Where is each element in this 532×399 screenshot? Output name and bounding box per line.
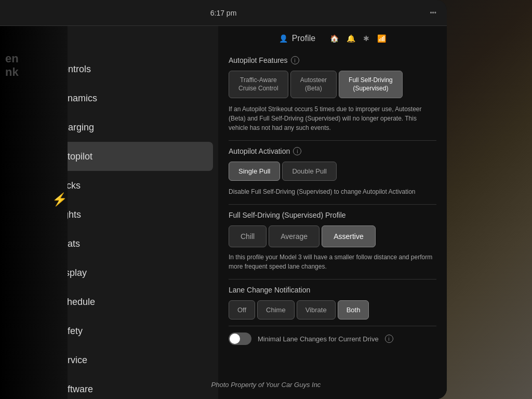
divider-2 [229, 204, 436, 205]
lane-change-buttons: Off Chime Vibrate Both [229, 300, 436, 320]
header-status-icons: 🏠 🔔 ✱ 📶 [330, 34, 386, 43]
activation-info-icon[interactable]: i [293, 147, 301, 155]
lane-change-label: Lane Change Notification [229, 286, 310, 294]
fsd-button[interactable]: Full Self-Driving(Supervised) [339, 71, 403, 98]
disable-fsd-notice: Disable Full Self-Driving (Supervised) t… [229, 187, 436, 196]
lane-chime-button[interactable]: Chime [257, 300, 295, 320]
minimal-lane-info-icon[interactable]: i [385, 335, 393, 343]
divider-1 [229, 140, 436, 141]
divider-3 [229, 279, 436, 280]
fsd-profile-title: Full Self-Driving (Supervised) Profile [229, 211, 436, 219]
bell-icon: 🔔 [347, 34, 355, 43]
minimal-lane-label: Minimal Lane Changes for Current Drive [258, 335, 379, 343]
watermark: Photo Property of Your Car Guys Inc [0, 381, 532, 389]
chill-button[interactable]: Chill [229, 225, 267, 247]
lane-off-button[interactable]: Off [229, 300, 255, 320]
main-screen: 6:17 pm ••• ennk ⚡ 🔍 Search Settings ⚙ C… [0, 0, 447, 399]
lane-vibrate-button[interactable]: Vibrate [297, 300, 336, 320]
tacc-button[interactable]: Traffic-AwareCruise Control [229, 71, 288, 98]
left-text: ennk [5, 52, 19, 79]
activation-label: Autopilot Activation [229, 147, 290, 155]
fsd-profile-label: Full Self-Driving (Supervised) Profile [229, 211, 346, 219]
signal-icon: ••• [430, 9, 436, 17]
autopilot-features-label: Autopilot Features [229, 56, 288, 64]
autopilot-features-buttons: Traffic-AwareCruise Control Autosteer(Be… [229, 71, 436, 98]
autopilot-features-title: Autopilot Features i [229, 56, 436, 64]
status-icons: ••• [430, 9, 436, 17]
lane-change-title: Lane Change Notification [229, 286, 436, 294]
charging-indicator-icon: ⚡ [52, 192, 68, 207]
top-bar: 6:17 pm ••• [0, 0, 447, 26]
signal-status-icon: 📶 [377, 34, 386, 43]
profile-icon: 👤 [279, 34, 288, 43]
single-pull-button[interactable]: Single Pull [229, 162, 280, 181]
minimal-lane-toggle[interactable] [229, 332, 251, 345]
average-button[interactable]: Average [269, 225, 320, 247]
divider-4 [229, 326, 436, 326]
fsd-profile-buttons: Chill Average Assertive [229, 225, 436, 247]
profile-header: 👤 Profile 🏠 🔔 ✱ 📶 [229, 34, 436, 48]
double-pull-button[interactable]: Double Pull [282, 162, 337, 181]
activation-title: Autopilot Activation i [229, 147, 436, 155]
profile-label: Profile [292, 34, 315, 43]
autopilot-features-info-icon[interactable]: i [291, 56, 299, 64]
lane-both-button[interactable]: Both [338, 300, 369, 320]
home-icon: 🏠 [330, 34, 339, 43]
time-display: 6:17 pm [210, 9, 237, 17]
bluetooth-icon: ✱ [363, 34, 369, 43]
profile-description: In this profile your Model 3 will have a… [229, 252, 436, 271]
strikeout-notice: If an Autopilot Strikeout occurs 5 times… [229, 104, 436, 132]
main-content: 👤 Profile 🏠 🔔 ✱ 📶 Autopilot Features i T… [218, 26, 447, 399]
autosteer-button[interactable]: Autosteer(Beta) [290, 71, 337, 98]
assertive-button[interactable]: Assertive [322, 225, 376, 247]
minimal-lane-row: Minimal Lane Changes for Current Drive i [229, 332, 436, 345]
activation-buttons: Single Pull Double Pull [229, 162, 436, 181]
